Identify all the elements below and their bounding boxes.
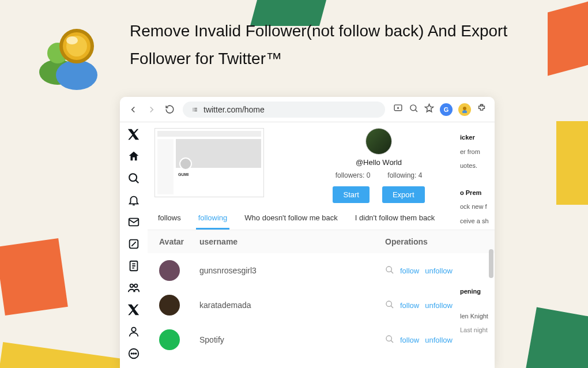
premium-icon[interactable] [127, 303, 140, 316]
svg-point-2 [56, 60, 97, 90]
mail-icon[interactable] [127, 216, 140, 228]
table-header: Avatar username Operations [148, 230, 495, 253]
toolbar-right: G [393, 103, 487, 116]
table-row: gunsnrosesgirl3 follow unfollow [148, 253, 495, 288]
filter-tabs: follows following Who doesn't follow me … [148, 208, 495, 230]
svg-point-28 [135, 353, 137, 354]
back-icon[interactable] [128, 104, 138, 115]
followers-count: followers: 0 [336, 171, 371, 179]
export-button[interactable]: Export [382, 186, 425, 203]
svg-point-31 [386, 336, 391, 341]
follow-link[interactable]: follow [400, 266, 419, 275]
extension-panel: GUMI @Hello World followers: 0 following… [148, 122, 495, 368]
tab-i-didnt-follow-back[interactable]: I didn't follow them back [353, 208, 437, 230]
page-title: Remove Invalid Follower(not follow back)… [130, 17, 571, 72]
tab-follows[interactable]: follows [156, 208, 183, 230]
install-icon[interactable] [393, 103, 403, 115]
grok-icon[interactable] [127, 238, 140, 250]
search-icon[interactable] [385, 265, 394, 276]
app-ext-icon[interactable] [458, 103, 471, 116]
twitter-sidebar [120, 122, 148, 368]
profile-preview-thumbnail: GUMI [154, 128, 264, 197]
svg-point-26 [131, 353, 132, 354]
svg-point-6 [66, 36, 78, 44]
svg-point-7 [193, 109, 194, 110]
svg-point-29 [386, 266, 391, 272]
forward-icon[interactable] [146, 104, 157, 115]
decor-stripe [0, 342, 129, 368]
x-logo-icon[interactable] [127, 128, 140, 141]
decor-stripe [556, 121, 588, 205]
user-avatar [159, 295, 180, 316]
follow-link[interactable]: follow [400, 336, 419, 344]
search-icon[interactable] [127, 172, 140, 185]
unfollow-link[interactable]: unfollow [425, 336, 453, 344]
svg-point-14 [410, 105, 416, 111]
more-icon[interactable] [127, 347, 140, 360]
reload-icon[interactable] [165, 104, 175, 114]
extensions-icon[interactable] [477, 103, 487, 115]
site-info-icon [191, 106, 199, 114]
username-text: karatademada [199, 301, 385, 310]
username-text: gunsnrosesgirl3 [199, 266, 385, 275]
url-input[interactable]: twitter.com/home [183, 102, 385, 118]
user-avatar [159, 329, 180, 350]
unfollow-link[interactable]: unfollow [425, 266, 453, 275]
lists-icon[interactable] [127, 260, 140, 272]
start-button[interactable]: Start [333, 186, 369, 203]
search-icon[interactable] [385, 335, 394, 346]
decor-stripe [0, 238, 68, 316]
svg-point-24 [131, 328, 135, 332]
svg-rect-10 [194, 110, 197, 111]
communities-icon[interactable] [127, 281, 140, 294]
tab-following[interactable]: following [196, 208, 230, 230]
twitter-right-column-cutoff: icker er from uotes. o Prem ock new f ce… [460, 129, 495, 368]
svg-point-17 [481, 104, 483, 106]
user-avatar [159, 260, 180, 281]
translate-ext-icon[interactable]: G [440, 103, 453, 116]
url-text: twitter.com/home [203, 105, 265, 114]
col-avatar: Avatar [159, 237, 199, 246]
col-username: username [199, 237, 385, 246]
svg-rect-9 [194, 108, 197, 108]
table-row: Spotify follow unfollow [148, 322, 495, 357]
table-body: gunsnrosesgirl3 follow unfollow karatade… [148, 253, 495, 357]
username-text: Spotify [199, 335, 385, 344]
extension-logo-icon [32, 17, 107, 92]
svg-point-18 [129, 174, 137, 181]
handle-text: @Hello World [356, 158, 402, 167]
home-icon[interactable] [127, 150, 140, 163]
decor-stripe [525, 307, 588, 368]
svg-point-27 [133, 353, 134, 354]
svg-point-16 [462, 110, 467, 113]
svg-point-30 [386, 301, 391, 306]
bookmark-icon[interactable] [424, 103, 434, 115]
zoom-icon[interactable] [409, 103, 419, 115]
svg-point-22 [130, 284, 134, 288]
svg-point-23 [134, 284, 138, 288]
svg-point-12 [193, 110, 194, 111]
svg-point-15 [463, 107, 466, 110]
following-count: following: 4 [387, 171, 422, 179]
unfollow-link[interactable]: unfollow [425, 301, 453, 310]
table-row: karatademada follow unfollow [148, 288, 495, 322]
bell-icon[interactable] [127, 194, 140, 206]
profile-summary: @Hello World followers: 0 following: 4 S… [270, 128, 488, 203]
follow-link[interactable]: follow [400, 301, 419, 310]
browser-window: twitter.com/home G [120, 97, 495, 368]
search-icon[interactable] [385, 300, 394, 311]
svg-rect-8 [194, 109, 197, 110]
address-bar: twitter.com/home G [120, 97, 495, 122]
profile-icon[interactable] [127, 325, 140, 338]
tab-who-doesnt-follow-back[interactable]: Who doesn't follow me back [242, 208, 340, 230]
avatar [365, 128, 392, 155]
svg-point-11 [193, 107, 194, 108]
